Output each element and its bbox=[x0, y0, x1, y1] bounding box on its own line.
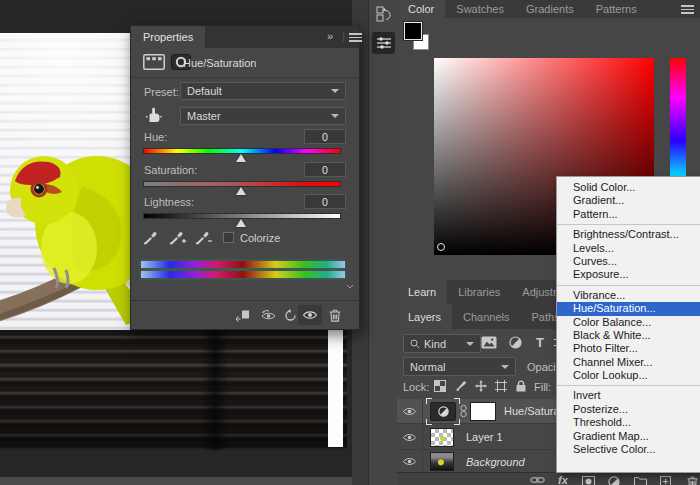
menu-item-exposure[interactable]: Exposure... bbox=[557, 268, 700, 281]
menu-item-curves[interactable]: Curves... bbox=[557, 255, 700, 268]
layer-mask-thumbnail[interactable] bbox=[470, 402, 496, 421]
saturation-value-field[interactable]: 0 bbox=[304, 162, 346, 177]
masks-view-icon[interactable] bbox=[143, 54, 165, 70]
menu-item-levels[interactable]: Levels... bbox=[557, 242, 700, 255]
tab-layers[interactable]: Layers bbox=[397, 304, 452, 329]
adjustment-layer-thumbnail[interactable] bbox=[428, 400, 458, 423]
divider bbox=[131, 77, 359, 78]
lock-pixels-icon[interactable] bbox=[453, 378, 469, 393]
tab-color[interactable]: Color bbox=[397, 0, 445, 18]
tab-properties[interactable]: Properties bbox=[131, 26, 205, 48]
layer-thumbnail[interactable] bbox=[430, 452, 454, 471]
menu-item-selective-color[interactable]: Selective Color... bbox=[557, 443, 700, 456]
input-spectrum-bar bbox=[141, 261, 345, 268]
tab-learn[interactable]: Learn bbox=[397, 280, 447, 304]
tab-libraries[interactable]: Libraries bbox=[447, 280, 511, 304]
targeted-adjustment-tool-icon[interactable] bbox=[145, 106, 162, 123]
eyedropper-add-icon[interactable] bbox=[169, 230, 186, 246]
lock-all-icon[interactable] bbox=[513, 378, 529, 393]
photo-dark-blinds bbox=[0, 330, 347, 450]
properties-panel: Properties » | Hue/Saturation Preset: bbox=[130, 25, 360, 330]
visibility-toggle[interactable] bbox=[397, 451, 423, 472]
hue-label: Hue: bbox=[144, 131, 167, 143]
properties-panel-menu-icon[interactable] bbox=[349, 33, 362, 42]
color-panel-menu-icon[interactable] bbox=[681, 5, 694, 14]
lock-transparency-icon[interactable] bbox=[432, 378, 448, 393]
lightness-slider-group: Lightness: 0 bbox=[131, 194, 361, 226]
layer-thumbnail[interactable] bbox=[430, 428, 454, 447]
eye-icon bbox=[403, 407, 416, 416]
toggle-visibility-button[interactable] bbox=[298, 305, 322, 325]
visibility-toggle[interactable] bbox=[397, 425, 423, 449]
menu-item-invert[interactable]: Invert bbox=[557, 389, 700, 402]
panel-scroll-chevron-icon[interactable] bbox=[346, 284, 354, 289]
tab-gradients[interactable]: Gradients bbox=[515, 0, 585, 18]
reset-adjustment-icon[interactable] bbox=[284, 309, 297, 322]
eyedropper-subtract-icon[interactable] bbox=[195, 230, 212, 246]
visibility-toggle[interactable] bbox=[397, 399, 423, 423]
blend-mode-value: Normal bbox=[410, 361, 445, 373]
menu-item-black-white[interactable]: Black & White... bbox=[557, 329, 700, 342]
lock-artboard-icon[interactable] bbox=[493, 378, 509, 393]
color-field-cursor[interactable] bbox=[437, 243, 445, 251]
adjustment-icon bbox=[438, 406, 449, 417]
view-previous-state-icon[interactable] bbox=[260, 309, 276, 321]
blend-mode-dropdown[interactable]: Normal bbox=[403, 357, 516, 376]
layer-mask-link-icon[interactable] bbox=[460, 404, 467, 418]
properties-panel-icon[interactable] bbox=[372, 32, 395, 54]
filter-pixel-layers-icon[interactable] bbox=[480, 335, 498, 350]
colorize-checkbox[interactable] bbox=[223, 232, 234, 243]
adjustment-title: Hue/Saturation bbox=[183, 57, 256, 69]
eyedropper-sample-icon[interactable] bbox=[143, 230, 159, 246]
tab-patterns[interactable]: Patterns bbox=[585, 0, 648, 18]
link-layers-icon[interactable] bbox=[530, 476, 545, 484]
filter-type-layers-icon[interactable]: T bbox=[533, 334, 547, 350]
menu-item-gradient[interactable]: Gradient... bbox=[557, 194, 700, 207]
delete-layer-icon[interactable] bbox=[687, 476, 698, 485]
menu-item-photo-filter[interactable]: Photo Filter... bbox=[557, 342, 700, 355]
chevron-down-icon bbox=[331, 89, 339, 93]
hue-slider-thumb[interactable] bbox=[236, 154, 246, 162]
menu-item-channel-mixer[interactable]: Channel Mixer... bbox=[557, 356, 700, 369]
channel-value: Master bbox=[187, 110, 221, 122]
menu-item-brightness-contrast[interactable]: Brightness/Contrast... bbox=[557, 228, 700, 241]
layer-name[interactable]: Layer 1 bbox=[466, 431, 503, 443]
header-divider: | bbox=[342, 30, 345, 42]
menu-item-gradient-map[interactable]: Gradient Map... bbox=[557, 430, 700, 443]
preset-dropdown[interactable]: Default bbox=[180, 82, 346, 100]
collapse-panel-icon[interactable]: » bbox=[327, 30, 333, 42]
menu-item-hue-saturation[interactable]: Hue/Saturation... bbox=[557, 302, 700, 315]
layer-filter-dropdown[interactable]: Kind bbox=[403, 334, 481, 353]
tab-swatches[interactable]: Swatches bbox=[445, 0, 515, 18]
history-panel-icon[interactable] bbox=[372, 3, 395, 25]
menu-item-solid-color[interactable]: Solid Color... bbox=[557, 181, 700, 194]
fill-label: Fill: bbox=[534, 381, 551, 393]
layer-name[interactable]: Background bbox=[466, 456, 525, 468]
layer-style-icon[interactable]: fx bbox=[558, 474, 568, 485]
clip-to-layer-icon[interactable] bbox=[235, 309, 250, 322]
menu-item-vibrance[interactable]: Vibrance... bbox=[557, 289, 700, 302]
hue-value-field[interactable]: 0 bbox=[304, 129, 346, 144]
status-strip bbox=[0, 477, 352, 485]
menu-item-color-lookup[interactable]: Color Lookup... bbox=[557, 369, 700, 382]
preset-label: Preset: bbox=[144, 86, 179, 98]
lightness-slider-thumb[interactable] bbox=[236, 219, 246, 227]
new-group-icon[interactable] bbox=[634, 476, 647, 485]
lock-position-icon[interactable] bbox=[473, 378, 489, 393]
layer-filter-value: Kind bbox=[424, 338, 446, 350]
channel-dropdown[interactable]: Master bbox=[180, 107, 346, 125]
menu-item-posterize[interactable]: Posterize... bbox=[557, 403, 700, 416]
eye-icon bbox=[403, 433, 416, 442]
menu-item-pattern[interactable]: Pattern... bbox=[557, 208, 700, 221]
delete-adjustment-icon[interactable] bbox=[329, 309, 341, 322]
new-adjustment-layer-icon[interactable] bbox=[608, 476, 620, 485]
new-layer-icon[interactable] bbox=[660, 476, 671, 485]
menu-item-color-balance[interactable]: Color Balance... bbox=[557, 316, 700, 329]
lightness-value-field[interactable]: 0 bbox=[304, 194, 346, 209]
menu-item-threshold[interactable]: Threshold... bbox=[557, 416, 700, 429]
search-icon bbox=[410, 339, 420, 349]
foreground-color-swatch[interactable] bbox=[404, 22, 422, 40]
tab-channels[interactable]: Channels bbox=[452, 304, 520, 329]
filter-adjustment-layers-icon[interactable] bbox=[507, 335, 523, 350]
add-layer-mask-icon[interactable] bbox=[582, 476, 595, 485]
